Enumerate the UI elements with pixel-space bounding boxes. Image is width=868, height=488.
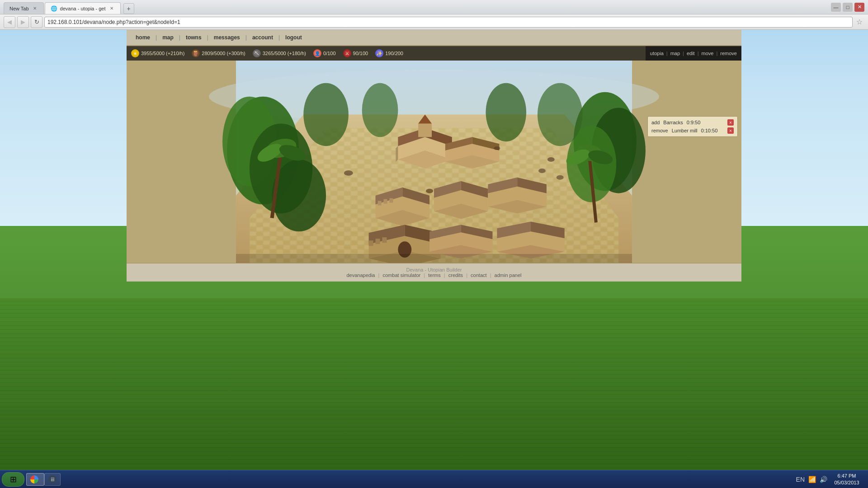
svg-marker-76 <box>236 254 632 263</box>
back-button[interactable]: ◀ <box>4 16 15 28</box>
maximize-button[interactable]: □ <box>843 3 853 12</box>
svg-rect-44 <box>383 199 387 204</box>
resource-wood: 🪵 2809/5000 (+300/h) <box>192 49 245 57</box>
clock-date: 05/03/2013 <box>831 479 863 486</box>
population-value: 0/100 <box>323 51 336 56</box>
svg-rect-59 <box>369 240 373 246</box>
new-tab-button[interactable]: + <box>123 3 134 14</box>
tab-bar: New Tab ✕ 🌐 devana - utopia - get ✕ + <box>4 0 134 14</box>
game-scene[interactable] <box>127 61 741 263</box>
close-button[interactable]: ✕ <box>854 3 864 12</box>
mana-value: 190/200 <box>385 51 403 56</box>
taskbar: ⊞ 🖥 EN 📶 🔊 6:47 PM 05/03/2013 <box>0 470 868 488</box>
resource-gold: ● 3955/5000 (+210/h) <box>131 49 184 57</box>
desktop: New Tab ✕ 🌐 devana - utopia - get ✕ + — … <box>0 0 868 488</box>
mana-icon: ✨ <box>375 49 383 57</box>
resource-mana: ✨ 190/200 <box>375 49 403 57</box>
svg-point-70 <box>426 189 433 193</box>
army-icon: ⚔ <box>343 49 351 57</box>
stone-icon: ⛏ <box>253 49 261 57</box>
svg-rect-43 <box>378 201 382 206</box>
game-navigation: home | map | towns | messages | account … <box>127 30 741 46</box>
link-utopia[interactable]: utopia <box>650 51 664 56</box>
nav-sep-1: | <box>156 34 157 41</box>
population-icon: 👤 <box>313 49 321 57</box>
gold-icon: ● <box>131 49 139 57</box>
system-clock[interactable]: 6:47 PM 05/03/2013 <box>831 473 863 486</box>
clock-time: 6:47 PM <box>831 473 863 479</box>
start-button[interactable]: ⊞ <box>2 472 24 487</box>
field-background <box>0 298 868 488</box>
svg-point-24 <box>303 83 349 146</box>
address-bar[interactable] <box>44 17 853 28</box>
svg-rect-33 <box>418 123 432 137</box>
svg-marker-30 <box>396 146 398 162</box>
footer-devanapedia[interactable]: devanapedia <box>346 272 375 278</box>
build-queue-panel: add Barracks 0:9:50 × remove Lumber mill… <box>647 116 738 137</box>
link-map[interactable]: map <box>670 51 680 56</box>
app-icon: 🖥 <box>48 475 57 483</box>
corner-links: utopia | map | edit | move | remove <box>646 46 741 61</box>
wood-icon: 🪵 <box>192 49 200 57</box>
window-controls: — □ ✕ <box>831 3 864 12</box>
svg-point-25 <box>362 83 398 137</box>
title-bar: New Tab ✕ 🌐 devana - utopia - get ✕ + — … <box>0 0 868 14</box>
nav-towns[interactable]: towns <box>181 33 206 42</box>
footer-terms[interactable]: terms <box>428 272 441 278</box>
nav-home[interactable]: home <box>131 33 155 42</box>
svg-rect-61 <box>382 237 387 243</box>
windows-logo-icon: ⊞ <box>10 474 17 484</box>
minimize-button[interactable]: — <box>831 3 841 12</box>
tab-devana[interactable]: 🌐 devana - utopia - get ✕ <box>45 2 121 14</box>
system-tray: EN 📶 🔊 6:47 PM 05/03/2013 <box>796 473 866 486</box>
svg-point-27 <box>538 83 583 146</box>
footer-credits-text: Devana - Utopian Builder <box>406 267 462 272</box>
forward-button[interactable]: ▶ <box>17 16 29 28</box>
queue-item-1: add Barracks 0:9:50 × <box>651 118 734 127</box>
link-edit[interactable]: edit <box>687 51 695 56</box>
resource-stone: ⛏ 3265/5000 (+180/h) <box>253 49 306 57</box>
nav-messages[interactable]: messages <box>209 33 245 42</box>
svg-point-26 <box>486 83 526 141</box>
queue-close-2[interactable]: × <box>727 127 734 134</box>
game-viewport[interactable]: ● 3955/5000 (+210/h) 🪵 2809/5000 (+300/h… <box>127 46 741 263</box>
link-move[interactable]: move <box>702 51 714 56</box>
nav-map[interactable]: map <box>158 33 178 42</box>
footer-links: Devana - Utopian Builder devanapedia | c… <box>127 263 741 282</box>
svg-point-71 <box>344 170 353 176</box>
bookmark-star[interactable]: ☆ <box>854 18 864 26</box>
svg-point-75 <box>494 146 500 150</box>
footer-contact[interactable]: contact <box>471 272 486 278</box>
queue-time-1: 0:9:50 <box>687 120 701 125</box>
nav-logout[interactable]: logout <box>281 33 307 42</box>
footer-admin[interactable]: admin panel <box>495 272 522 278</box>
nav-sep-2: | <box>179 34 180 41</box>
chrome-icon <box>30 475 38 483</box>
svg-point-72 <box>547 157 555 162</box>
tab-label-1: New Tab <box>9 6 29 11</box>
tab-label-2: devana - utopia - get <box>60 6 106 11</box>
queue-action-2: remove <box>651 128 668 133</box>
queue-close-1[interactable]: × <box>727 119 734 126</box>
queue-building-1: Barracks <box>663 120 683 125</box>
tab-close-1[interactable]: ✕ <box>32 5 38 12</box>
taskbar-chrome[interactable] <box>26 473 44 486</box>
queue-action-1: add <box>651 120 660 125</box>
browser-window: New Tab ✕ 🌐 devana - utopia - get ✕ + — … <box>0 0 868 30</box>
nav-account[interactable]: account <box>248 33 278 42</box>
link-remove[interactable]: remove <box>720 51 737 56</box>
army-value: 90/100 <box>353 51 368 56</box>
nav-sep-4: | <box>245 34 247 41</box>
resource-population: 👤 0/100 <box>313 49 336 57</box>
reload-button[interactable]: ↻ <box>31 16 42 28</box>
navigation-bar: ◀ ▶ ↻ ☆ <box>0 14 868 30</box>
nav-sep-3: | <box>207 34 208 41</box>
tab-new-tab[interactable]: New Tab ✕ <box>4 2 44 14</box>
footer-credits-link[interactable]: credits <box>448 272 463 278</box>
stone-value: 3265/5000 (+180/h) <box>263 51 306 56</box>
taskbar-unknown[interactable]: 🖥 <box>44 473 61 486</box>
footer-combat[interactable]: combat simulator <box>382 272 420 278</box>
svg-point-74 <box>557 175 564 180</box>
svg-point-73 <box>538 169 546 173</box>
tab-close-2[interactable]: ✕ <box>108 5 115 12</box>
